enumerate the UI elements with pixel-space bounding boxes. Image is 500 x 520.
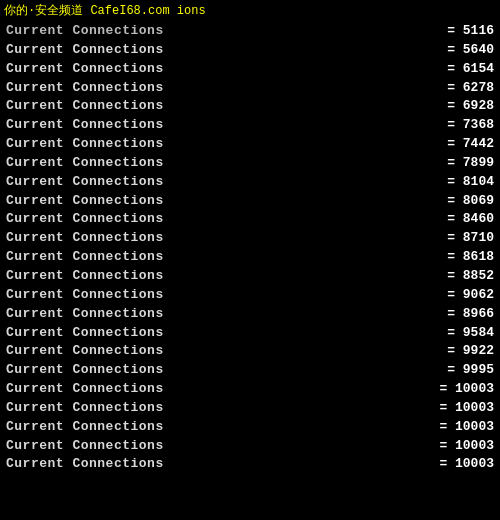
- table-row: Current Connections= 6928: [6, 97, 494, 116]
- watermark-text: 你的·安全频道 CafeI68.com ions: [4, 4, 206, 18]
- table-row: Current Connections= 10003: [6, 455, 494, 474]
- connection-label: Current Connections: [6, 324, 164, 343]
- connection-label: Current Connections: [6, 116, 164, 135]
- table-row: Current Connections= 7368: [6, 116, 494, 135]
- connection-value: = 10003: [424, 380, 494, 399]
- table-row: Current Connections= 9584: [6, 324, 494, 343]
- connection-label: Current Connections: [6, 210, 164, 229]
- connection-value: = 6278: [424, 79, 494, 98]
- table-row: Current Connections= 10003: [6, 437, 494, 456]
- connection-value: = 10003: [424, 399, 494, 418]
- connection-label: Current Connections: [6, 342, 164, 361]
- table-row: Current Connections= 8069: [6, 192, 494, 211]
- connection-label: Current Connections: [6, 173, 164, 192]
- connection-value: = 9062: [424, 286, 494, 305]
- table-row: Current Connections= 8852: [6, 267, 494, 286]
- connection-label: Current Connections: [6, 192, 164, 211]
- connection-value: = 5116: [424, 22, 494, 41]
- connection-value: = 9995: [424, 361, 494, 380]
- connection-value: = 8710: [424, 229, 494, 248]
- connection-value: = 8966: [424, 305, 494, 324]
- connection-value: = 7368: [424, 116, 494, 135]
- connection-value: = 8104: [424, 173, 494, 192]
- table-row: Current Connections= 10003: [6, 399, 494, 418]
- table-row: Current Connections= 8966: [6, 305, 494, 324]
- connection-label: Current Connections: [6, 305, 164, 324]
- table-row: Current Connections= 9922: [6, 342, 494, 361]
- connection-value: = 7899: [424, 154, 494, 173]
- connection-value: = 8618: [424, 248, 494, 267]
- connection-label: Current Connections: [6, 380, 164, 399]
- connection-value: = 10003: [424, 418, 494, 437]
- table-row: Current Connections= 8104: [6, 173, 494, 192]
- connection-label: Current Connections: [6, 79, 164, 98]
- connection-value: = 5640: [424, 41, 494, 60]
- table-row: Current Connections= 8710: [6, 229, 494, 248]
- connection-value: = 10003: [424, 437, 494, 456]
- connection-label: Current Connections: [6, 229, 164, 248]
- connection-value: = 6154: [424, 60, 494, 79]
- connection-label: Current Connections: [6, 361, 164, 380]
- connection-label: Current Connections: [6, 22, 164, 41]
- table-row: Current Connections= 5640: [6, 41, 494, 60]
- connection-label: Current Connections: [6, 437, 164, 456]
- connection-value: = 9584: [424, 324, 494, 343]
- connection-label: Current Connections: [6, 135, 164, 154]
- connection-label: Current Connections: [6, 248, 164, 267]
- connection-label: Current Connections: [6, 154, 164, 173]
- connection-value: = 8460: [424, 210, 494, 229]
- table-row: Current Connections= 10003: [6, 418, 494, 437]
- table-row: Current Connections= 9062: [6, 286, 494, 305]
- connection-value: = 9922: [424, 342, 494, 361]
- table-row: Current Connections= 10003: [6, 380, 494, 399]
- connection-value: = 8852: [424, 267, 494, 286]
- table-row: Current Connections= 6278: [6, 79, 494, 98]
- table-row: Current Connections= 6154: [6, 60, 494, 79]
- connection-label: Current Connections: [6, 455, 164, 474]
- connection-label: Current Connections: [6, 399, 164, 418]
- connection-label: Current Connections: [6, 418, 164, 437]
- table-row: Current Connections= 7899: [6, 154, 494, 173]
- table-row: Current Connections= 9995: [6, 361, 494, 380]
- watermark-bar: 你的·安全频道 CafeI68.com ions: [0, 0, 500, 21]
- connection-label: Current Connections: [6, 60, 164, 79]
- connection-label: Current Connections: [6, 41, 164, 60]
- terminal-output: Current Connections= 5116Current Connect…: [0, 0, 500, 478]
- connection-label: Current Connections: [6, 267, 164, 286]
- connection-value: = 8069: [424, 192, 494, 211]
- table-row: Current Connections= 8460: [6, 210, 494, 229]
- connection-label: Current Connections: [6, 286, 164, 305]
- connection-value: = 10003: [424, 455, 494, 474]
- table-row: Current Connections= 8618: [6, 248, 494, 267]
- connection-label: Current Connections: [6, 97, 164, 116]
- table-row: Current Connections= 5116: [6, 22, 494, 41]
- connection-value: = 7442: [424, 135, 494, 154]
- connection-value: = 6928: [424, 97, 494, 116]
- table-row: Current Connections= 7442: [6, 135, 494, 154]
